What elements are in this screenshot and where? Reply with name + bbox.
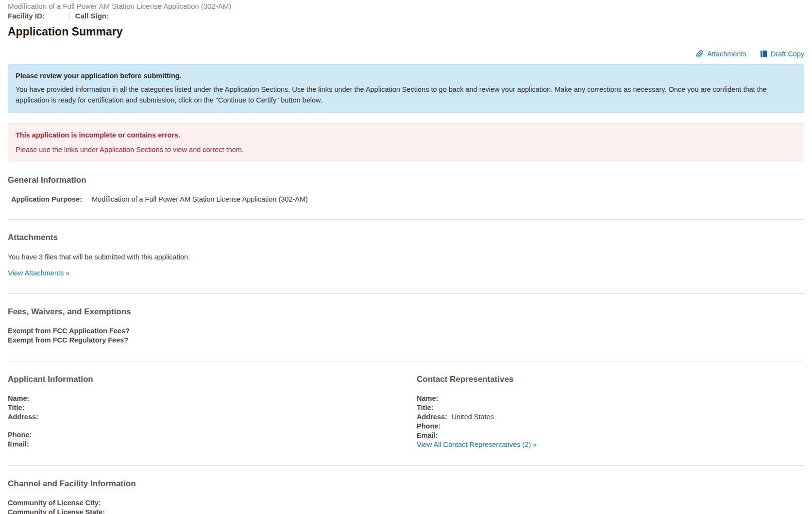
application-purpose-label: Application Purpose:: [8, 195, 92, 203]
toolbar: Attachments Draft Copy: [8, 50, 804, 58]
fees-labels: Exempt from FCC Application Fees? Exempt…: [8, 326, 804, 345]
section-divider: [8, 465, 804, 466]
community-city-label: Community of License City:: [8, 499, 101, 507]
application-purpose-value: Modification of a Full Power AM Station …: [92, 195, 308, 203]
vertical-divider: [69, 12, 69, 20]
contact-address-label: Address:: [417, 413, 447, 421]
channel-facility-heading: Channel and Facility Information: [8, 479, 804, 489]
attachments-link[interactable]: Attachments: [696, 50, 746, 58]
contact-representatives-heading: Contact Representatives: [417, 375, 804, 384]
facility-id-label: Facility ID:: [8, 12, 45, 20]
view-attachments-link[interactable]: View Attachments »: [8, 269, 69, 277]
applicant-contact-columns: Applicant Information Name: Title: Addre…: [8, 361, 804, 449]
general-information-heading: General Information: [8, 175, 804, 185]
exempt-regulatory-fees-label: Exempt from FCC Regulatory Fees?: [8, 336, 128, 344]
application-purpose-row: Application Purpose: Modification of a F…: [8, 195, 804, 203]
review-notice-title: Please review your application before su…: [16, 71, 796, 81]
section-fees: Fees, Waivers, and Exemptions Exempt fro…: [8, 307, 804, 345]
section-attachments: Attachments You have 3 files that will b…: [8, 233, 804, 277]
applicant-title-label: Title:: [8, 404, 24, 411]
contact-address-value: United States: [452, 413, 494, 421]
draft-copy-link-label: Draft Copy: [771, 50, 804, 58]
draft-copy-link[interactable]: Draft Copy: [760, 50, 804, 58]
contact-phone-label: Phone:: [417, 422, 440, 430]
fees-heading: Fees, Waivers, and Exemptions: [8, 307, 804, 317]
section-applicant-information: Applicant Information Name: Title: Addre…: [8, 361, 417, 449]
error-notice-title: This application is incomplete or contai…: [16, 130, 796, 140]
book-icon: [760, 50, 767, 58]
section-contact-representatives: Contact Representatives Name: Title: Add…: [417, 361, 804, 449]
section-general-information: General Information Application Purpose:…: [8, 175, 804, 203]
contact-title-label: Title:: [417, 404, 433, 411]
attachments-link-label: Attachments: [707, 50, 746, 58]
section-channel-facility: Channel and Facility Information Communi…: [8, 479, 804, 514]
page-title: Application Summary: [8, 25, 804, 38]
error-notice-body: Please use the links under Application S…: [16, 145, 796, 154]
applicant-name-label: Name:: [8, 394, 29, 402]
paperclip-icon: [696, 50, 704, 58]
application-type-text: Modification of a Full Power AM Station …: [8, 2, 804, 11]
blank-address-line: [8, 422, 417, 430]
contact-name-label: Name:: [417, 394, 438, 402]
call-sign-label: Call Sign:: [75, 12, 109, 20]
applicant-phone-label: Phone:: [8, 431, 32, 439]
attachments-heading: Attachments: [8, 233, 804, 242]
exempt-application-fees-label: Exempt from FCC Application Fees?: [8, 327, 130, 335]
review-notice: Please review your application before su…: [8, 64, 804, 113]
view-all-contacts-link[interactable]: View All Contact Representatives (2) »: [417, 440, 537, 449]
section-divider: [8, 219, 804, 220]
review-notice-body: You have provided information in all the…: [16, 85, 796, 105]
attachments-summary-text: You have 3 files that will be submitted …: [8, 253, 804, 261]
applicant-address-label: Address:: [8, 413, 38, 421]
applicant-information-heading: Applicant Information: [8, 375, 417, 384]
application-summary-page: Modification of a Full Power AM Station …: [0, 0, 812, 514]
section-divider: [8, 293, 804, 294]
applicant-email-label: Email:: [8, 440, 29, 448]
community-state-label: Community of License State:: [8, 508, 105, 514]
contact-email-label: Email:: [417, 431, 438, 439]
error-notice: This application is incomplete or contai…: [8, 123, 804, 162]
facility-callsign-line: Facility ID: Call Sign:: [8, 12, 804, 20]
